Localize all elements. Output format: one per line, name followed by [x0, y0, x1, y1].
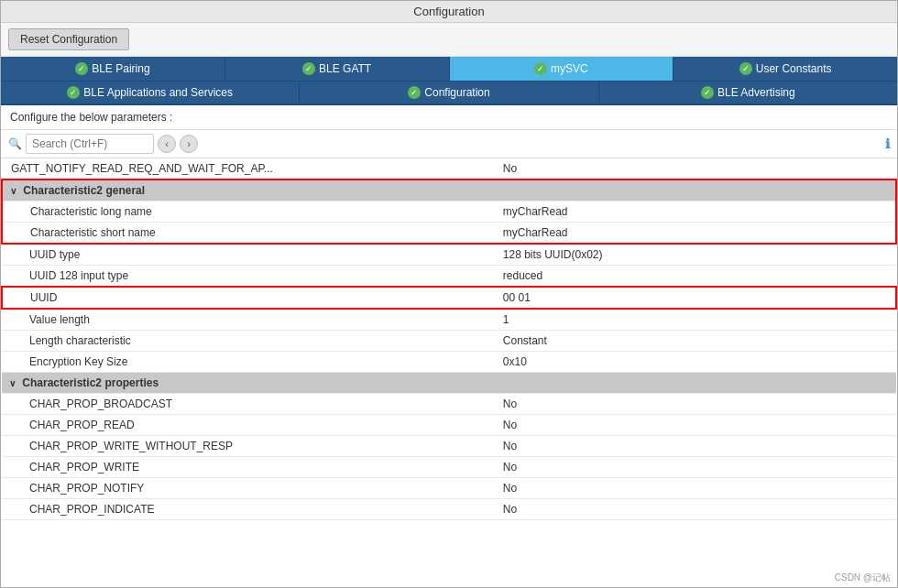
expand-icon: ∨: [10, 186, 16, 196]
tab-ble-apps[interactable]: ✓ BLE Applications and Services: [1, 82, 300, 103]
table-row[interactable]: CHAR_PROP_INDICATE No: [2, 499, 896, 520]
table-row-uuid[interactable]: UUID 00 01: [2, 287, 896, 309]
check-icon-mysvc: ✓: [534, 62, 547, 75]
tab-mysvc[interactable]: ✓ mySVC: [450, 57, 674, 81]
param-value: 128 bits UUID(0x02): [494, 244, 896, 266]
table-row[interactable]: CHAR_PROP_NOTIFY No: [2, 478, 896, 499]
param-value: 1: [494, 309, 896, 331]
check-icon-configuration: ✓: [408, 86, 421, 99]
toolbar: Reset Configuration: [1, 23, 897, 57]
param-value: myCharRead: [494, 201, 896, 223]
check-icon-ble-gatt: ✓: [302, 62, 315, 75]
tab-label-ble-pairing: BLE Pairing: [92, 62, 149, 75]
check-icon-user-constants: ✓: [739, 62, 752, 75]
tab-configuration[interactable]: ✓ Configuration: [300, 82, 598, 103]
table-row[interactable]: UUID type 128 bits UUID(0x02): [2, 244, 896, 266]
prev-button[interactable]: ‹: [158, 135, 176, 153]
tab-user-constants[interactable]: ✓ User Constants: [674, 57, 897, 81]
section-title: ∨ Characteristic2 properties: [2, 373, 896, 394]
table-row[interactable]: Encryption Key Size 0x10: [2, 352, 896, 373]
config-header: Configure the below parameters :: [1, 105, 897, 130]
param-name: UUID type: [2, 244, 494, 266]
param-name: Length characteristic: [2, 331, 494, 352]
param-name: CHAR_PROP_READ: [2, 415, 494, 436]
param-value: No: [494, 415, 896, 436]
param-name: CHAR_PROP_WRITE_WITHOUT_RESP: [2, 436, 494, 457]
param-name: CHAR_PROP_WRITE: [2, 457, 494, 478]
param-value: No: [494, 478, 896, 499]
search-bar: 🔍 ‹ › ℹ: [1, 130, 897, 158]
param-value: No: [494, 394, 896, 415]
check-icon-ble-pairing: ✓: [75, 62, 88, 75]
param-value: No: [494, 457, 896, 478]
param-name: Characteristic short name: [2, 223, 494, 245]
watermark: CSDN @记帖: [835, 572, 891, 584]
table-row[interactable]: CHAR_PROP_BROADCAST No: [2, 394, 896, 415]
title-bar: Configuration: [1, 1, 897, 23]
param-name: CHAR_PROP_INDICATE: [2, 499, 494, 520]
reset-config-button[interactable]: Reset Configuration: [8, 28, 129, 50]
table-row[interactable]: UUID 128 input type reduced: [2, 266, 896, 288]
param-name: UUID 128 input type: [2, 266, 494, 288]
param-name: Characteristic long name: [2, 201, 494, 223]
tab-label-ble-advertising: BLE Advertising: [717, 86, 795, 99]
tab-ble-advertising[interactable]: ✓ BLE Advertising: [599, 82, 897, 103]
param-value: reduced: [494, 266, 896, 288]
content-area[interactable]: GATT_NOTIFY_READ_REQ_AND_WAIT_FOR_AP... …: [1, 158, 897, 587]
section-char2-props[interactable]: ∨ Characteristic2 properties: [2, 373, 896, 394]
tab-ble-gatt[interactable]: ✓ BLE GATT: [225, 57, 450, 81]
param-name: Encryption Key Size: [2, 352, 494, 373]
param-value: myCharRead: [494, 223, 896, 245]
param-value: No: [494, 436, 896, 457]
table-row[interactable]: CHAR_PROP_WRITE No: [2, 457, 896, 478]
tabs-row-2: ✓ BLE Applications and Services ✓ Config…: [1, 82, 897, 105]
table-row[interactable]: Characteristic long name myCharRead: [2, 201, 896, 223]
tab-label-configuration: Configuration: [424, 86, 489, 99]
check-icon-ble-advertising: ✓: [701, 86, 714, 99]
table-row[interactable]: Characteristic short name myCharRead: [2, 223, 896, 245]
tab-label-ble-apps: BLE Applications and Services: [83, 86, 233, 99]
tab-label-ble-gatt: BLE GATT: [319, 62, 371, 75]
tab-label-mysvc: mySVC: [551, 62, 588, 75]
window-title: Configuration: [413, 5, 484, 18]
param-name: UUID: [2, 287, 494, 309]
table-row[interactable]: CHAR_PROP_WRITE_WITHOUT_RESP No: [2, 436, 896, 457]
param-value: No: [494, 158, 896, 180]
param-value: 00 01: [494, 287, 896, 309]
table-row[interactable]: CHAR_PROP_READ No: [2, 415, 896, 436]
tabs-row-1: ✓ BLE Pairing ✓ BLE GATT ✓ mySVC ✓ User …: [1, 57, 897, 82]
param-name: GATT_NOTIFY_READ_REQ_AND_WAIT_FOR_AP...: [2, 158, 494, 180]
param-value: 0x10: [494, 352, 896, 373]
param-name: CHAR_PROP_NOTIFY: [2, 478, 494, 499]
info-icon[interactable]: ℹ: [885, 136, 890, 151]
table-row[interactable]: Length characteristic Constant: [2, 331, 896, 352]
tab-ble-pairing[interactable]: ✓ BLE Pairing: [1, 57, 225, 81]
check-icon-ble-apps: ✓: [67, 86, 80, 99]
param-value: Constant: [494, 331, 896, 352]
param-table: GATT_NOTIFY_READ_REQ_AND_WAIT_FOR_AP... …: [1, 158, 897, 520]
param-name: Value length: [2, 309, 494, 331]
search-input[interactable]: [26, 134, 154, 154]
expand-icon: ∨: [9, 378, 16, 388]
section-title: ∨ Characteristic2 general: [2, 180, 896, 201]
tab-label-user-constants: User Constants: [756, 62, 832, 75]
main-window: Configuration Reset Configuration ✓ BLE …: [0, 0, 898, 588]
param-name: CHAR_PROP_BROADCAST: [2, 394, 494, 415]
param-value: No: [494, 499, 896, 520]
next-button[interactable]: ›: [180, 135, 198, 153]
table-row[interactable]: GATT_NOTIFY_READ_REQ_AND_WAIT_FOR_AP... …: [2, 158, 896, 180]
table-row[interactable]: Value length 1: [2, 309, 896, 331]
search-icon: 🔍: [8, 137, 22, 150]
section-char2-general[interactable]: ∨ Characteristic2 general: [2, 180, 896, 201]
